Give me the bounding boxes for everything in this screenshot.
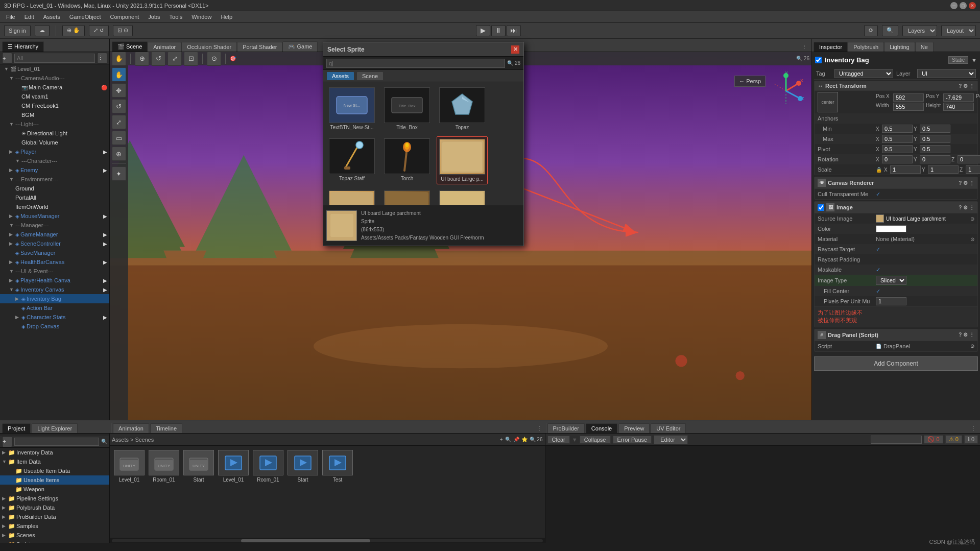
layout-dropdown[interactable]: Layout <box>941 25 976 36</box>
anchor-min-x[interactable] <box>882 125 913 133</box>
sprite-item-torch[interactable]: Torch <box>381 136 433 184</box>
play-button[interactable]: ▶ <box>476 25 490 36</box>
timeline-tab[interactable]: Timeline <box>150 423 182 433</box>
sprite-item-parch2[interactable] <box>326 188 377 205</box>
hierarchy-camera-audio[interactable]: ▼ ---Camera&Audio--- <box>0 74 109 83</box>
script-picker[interactable]: ⊙ <box>970 343 974 349</box>
asset-room01-scene[interactable]: Room_01 <box>253 450 283 483</box>
image-header[interactable]: 🖼 Image ? ⚙ ⋮ <box>815 202 977 213</box>
asset-room01-folder[interactable]: UNITY Room_01 <box>149 450 179 483</box>
hierarchy-freelook[interactable]: CM FreeLook1 <box>0 101 109 110</box>
portal-shader-tab[interactable]: Portal Shader <box>237 42 282 52</box>
canvas-renderer-header[interactable]: 👁 Canvas Renderer ? ⚙ ⋮ <box>815 177 977 189</box>
project-search-icon[interactable]: 🔍 <box>101 439 107 444</box>
hierarchy-enemy[interactable]: ▶ ◈ Enemy ▶ <box>0 165 109 175</box>
occlusion-shader-tab[interactable]: Occlusion Shader <box>181 42 237 52</box>
raycast-target-checkbox[interactable]: ✓ <box>876 246 880 253</box>
layer-dropdown[interactable]: UI <box>917 69 976 78</box>
rect-tool[interactable]: ⊡ <box>184 52 198 66</box>
close-button[interactable]: ✕ <box>969 2 976 9</box>
move-tool[interactable]: ⊕ <box>135 52 149 66</box>
uv-editor-tab[interactable]: UV Editor <box>651 423 686 433</box>
scene-tab[interactable]: 🎬 Scene <box>112 41 148 52</box>
lighting-tab[interactable]: Lighting <box>884 42 915 52</box>
hand-tool[interactable]: ✋ <box>112 52 126 66</box>
sprite-item-textbtn[interactable]: New St... TextBTN_New-St... <box>326 85 377 132</box>
proj-samples[interactable]: ▶ 📁 Samples <box>0 521 109 531</box>
hierarchy-playerhealth-canvas[interactable]: ▶ ◈ PlayerHealth Canva ▶ <box>0 276 109 285</box>
hierarchy-inventory-canvas[interactable]: ▼ ◈ Inventory Canvas ▶ <box>0 285 109 294</box>
width-input[interactable] <box>893 103 924 111</box>
transform-tool-v[interactable]: ⊕ <box>112 147 126 161</box>
fill-center-checkbox[interactable]: ✓ <box>876 288 880 295</box>
polybrush-tab[interactable]: Polybrush <box>848 42 884 52</box>
scene-view-tools[interactable]: ⊕ ✋ <box>62 25 85 36</box>
proj-weapon[interactable]: 📁 Weapon <box>0 485 109 494</box>
pivot-x[interactable] <box>882 145 913 153</box>
hierarchy-scenecontroller[interactable]: ▶ ◈ SceneController ▶ <box>0 239 109 248</box>
hierarchy-directional-light[interactable]: ☀ Directional Light <box>0 129 109 138</box>
proj-scripts[interactable]: ▶ 📁 Scripts <box>0 540 109 543</box>
anchor-max-x[interactable] <box>882 135 913 143</box>
hierarchy-portalall[interactable]: PortalAll <box>0 193 109 202</box>
hierarchy-global-volume[interactable]: Global Volume <box>0 138 109 147</box>
proj-scenes[interactable]: ▶ 📁 Scenes <box>0 531 109 540</box>
cull-checkbox[interactable]: ✓ <box>876 191 880 198</box>
inspector-tab[interactable]: Inspector <box>814 42 848 52</box>
ne-tab[interactable]: Ne <box>915 42 934 52</box>
menu-jobs[interactable]: Jobs <box>144 13 164 21</box>
hand-tool-v[interactable]: ✋ <box>112 67 126 82</box>
pivot-y[interactable] <box>920 145 950 153</box>
asset-level01-scene[interactable]: Level_01 <box>218 450 249 483</box>
proj-polybrush[interactable]: ▶ 📁 Polybrush Data <box>0 503 109 512</box>
minimize-button[interactable]: ─ <box>950 2 958 9</box>
hierarchy-options[interactable]: ⋮ <box>97 53 107 64</box>
assets-star[interactable]: ⭐ <box>521 437 528 442</box>
hierarchy-main-camera[interactable]: 📷 Main Camera 🔴 <box>0 83 109 92</box>
rotate-tool-v[interactable]: ↺ <box>112 99 126 113</box>
color-picker[interactable] <box>876 225 906 232</box>
hierarchy-tab[interactable]: ☰ Hierarchy <box>2 41 44 52</box>
image-type-dropdown[interactable]: Sliced <box>876 276 906 285</box>
hierarchy-vcam1[interactable]: CM vcam1 <box>0 92 109 101</box>
hierarchy-healthbarcanvas[interactable]: ▶ ◈ HealthBarCanvas ▶ <box>0 257 109 267</box>
menu-gameobject[interactable]: GameObject <box>65 13 105 21</box>
proj-useable-items[interactable]: 📁 Useable Items <box>0 475 109 485</box>
pivot-tools[interactable]: ⊡ ⊙ <box>113 25 133 36</box>
menu-edit[interactable]: Edit <box>20 13 38 21</box>
modal-close-button[interactable]: ✕ <box>511 45 519 54</box>
hierarchy-drop-canvas[interactable]: ◈ Drop Canvas <box>0 322 109 331</box>
sprite-item-topaz-staff[interactable]: Topaz Staff <box>326 136 377 184</box>
collab-button[interactable]: ⟳ <box>864 25 878 36</box>
game-tab[interactable]: 🎮 Game <box>282 41 318 52</box>
modal-search-input[interactable] <box>326 59 505 68</box>
image-enabled-toggle[interactable] <box>818 204 824 211</box>
scene-menu[interactable]: ⋮ <box>800 42 809 52</box>
collapse-button[interactable]: Collapse <box>580 436 611 444</box>
menu-window[interactable]: Window <box>187 13 216 21</box>
clear-button[interactable]: Clear <box>547 436 570 444</box>
project-tab[interactable]: Project <box>2 423 31 433</box>
hierarchy-inventory-bag[interactable]: ▶ ◈ Inventory Bag <box>0 294 109 303</box>
rot-z[interactable] <box>958 155 980 163</box>
animation-tab[interactable]: Animation <box>113 423 149 433</box>
hierarchy-ground[interactable]: Ground <box>0 184 109 193</box>
active-toggle[interactable] <box>815 57 822 63</box>
bottom-menu[interactable]: ⋮ <box>535 423 544 433</box>
step-button[interactable]: ⏭ <box>507 25 521 36</box>
asset-start-folder[interactable]: UNITY Start <box>183 450 214 483</box>
sprite-item-topaz[interactable]: Topaz <box>437 85 488 132</box>
hierarchy-gamemanager[interactable]: ▶ ◈ GameManager ▶ <box>0 230 109 239</box>
transform-tools[interactable]: ⤢ ↺ <box>89 25 109 36</box>
anchor-diagram[interactable]: center <box>818 92 838 112</box>
move-tool-v[interactable]: ✥ <box>112 83 126 98</box>
asset-level01-folder[interactable]: UNITY Level_01 <box>114 450 145 483</box>
anchor-min-y[interactable] <box>920 125 950 133</box>
error-pause-button[interactable]: Error Pause <box>613 436 652 444</box>
menu-help[interactable]: Help <box>217 13 236 21</box>
scale-z[interactable] <box>966 165 980 174</box>
proj-useable-item-data[interactable]: 📁 Useable Item Data <box>0 466 109 475</box>
asset-start-scene[interactable]: Start <box>288 450 318 483</box>
search-button[interactable]: 🔍 <box>882 25 898 36</box>
scale-y[interactable] <box>928 165 959 174</box>
